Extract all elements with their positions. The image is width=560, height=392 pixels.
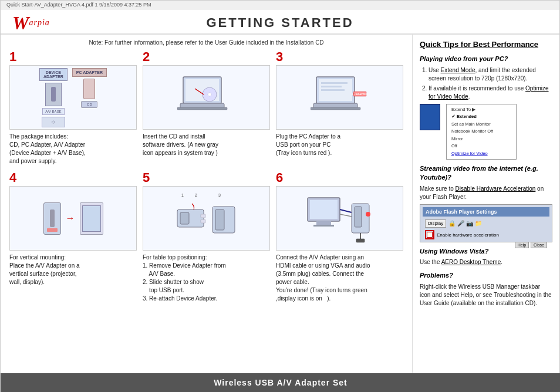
svg-rect-27 [316,221,331,225]
step-6-text: Connect the A/V Adapter using anHDMI cab… [276,254,403,303]
step-2-image [143,65,270,130]
steps-grid: 1 DEVICEADAPTER A/V BASE ⬡ [9,50,403,303]
flash-check-row: Enable hardware acceleration [423,229,549,241]
sidebar-section4-title: Problems? [420,271,552,280]
svg-text:2: 2 [195,193,197,197]
svg-rect-9 [321,86,342,87]
step-6-image [276,186,403,251]
step-2-text: Insert the CD and installsoftware driver… [143,133,270,157]
sidebar-section1-list: Use Extend Mode, and limit the extended … [429,66,552,101]
extend-menu-area: Extend To ▶ ✓ Extended Set as Main Monit… [420,104,552,160]
sidebar-section1-item-1: Use Extend Mode, and limit the extended … [429,66,552,83]
svg-rect-34 [356,239,365,242]
menu-item-optimize[interactable]: Optimize for Video [450,150,512,158]
flash-tab-icon: 🔒 🎤 📷 📁 [448,219,481,228]
svg-rect-32 [355,207,362,227]
sidebar-section3-text: Use the AERO Desktop Theme. [420,258,552,266]
flash-tab-display[interactable]: Display [425,219,446,228]
flash-help-button[interactable]: Help [515,242,529,248]
sidebar-section2-text: Make sure to Disable Hardware Accelerati… [420,185,552,201]
step-4: 4 → [9,171,137,303]
step-4-number: 4 [9,171,137,184]
footer-text: Wireless USB A/V Adapter Set [214,378,348,387]
svg-point-3 [208,93,211,96]
logo: W arpia [12,12,50,34]
page-title: GETTING STARTED [206,15,353,31]
main-content: Note: For further information, please re… [1,35,559,373]
step-3-image: PC ADAPTER [276,65,403,130]
step-5-text: For table top positioning:1. Remove Devi… [143,254,270,303]
menu-item-set-main: Set as Main Monitor [450,121,512,129]
step-4-text: For vertical mounting:Place the A/V Adap… [9,254,137,286]
step-5-number: 5 [143,171,270,184]
menu-item-extended: ✓ Extended [450,113,512,121]
optimize-link[interactable]: Optimize for Video Mode [429,85,549,100]
step-1-text: The package includes:CD, PC Adapter, A/V… [9,133,137,165]
step-1-number: 1 [9,50,137,63]
extend-menu: Extend To ▶ ✓ Extended Set as Main Monit… [446,104,517,160]
flash-close-button[interactable]: Close [531,242,547,248]
step-5-adapter-svg: 1 2 3 [174,192,239,245]
extend-mode-link[interactable]: Extend Mode [441,67,475,73]
svg-rect-21 [201,214,205,218]
step-2-laptop-svg [177,74,236,121]
logo-text: arpia [29,18,49,28]
logo-w: W [12,12,29,34]
svg-text:1: 1 [181,193,184,197]
svg-rect-20 [180,212,189,224]
step-4-image: → [9,186,137,251]
menu-item-extend-to: Extend To ▶ [450,106,512,114]
step-5-image: 1 2 3 [143,186,270,251]
step-1-image: DEVICEADAPTER A/V BASE ⬡ PC ADAPTER [9,65,137,130]
flash-tabs: Display 🔒 🎤 📷 📁 [423,218,549,229]
flash-buttons: Help Close [423,241,549,249]
step-1: 1 DEVICEADAPTER A/V BASE ⬡ [9,50,137,165]
sidebar-section2-title: Streaming video from the internet (e.g. … [420,164,552,183]
right-sidebar: Quick Tips for Best Performance Playing … [413,35,559,373]
svg-rect-5 [177,107,227,110]
flash-checkbox-outline [425,230,434,239]
svg-line-29 [340,209,352,212]
step-5: 5 1 2 3 [143,171,270,303]
svg-rect-22 [201,219,205,223]
tips-title: Quick Tips for Best Performance [420,39,552,50]
step-6-number: 6 [276,171,403,184]
note-bar: Note: For further information, please re… [9,39,403,46]
svg-rect-24 [215,209,224,230]
sidebar-section1-item-2: If available it is recommended to use Op… [429,85,552,101]
step-2: 2 [143,50,270,165]
menu-item-off: Off [450,143,512,150]
flash-dialog-title: Adobe Flash Player Settings [423,207,549,217]
sidebar-section1-title: Playing video from your PC? [420,55,552,63]
step-6: 6 [276,171,403,303]
monitor-icon [420,104,440,130]
step-3: 3 PC ADAPTER [276,50,403,165]
file-info: Quick Start-AV_Adapter_HVGA 4.pdf 1 9/16… [6,2,151,8]
svg-text:3: 3 [218,193,221,197]
step-6-connect-svg [305,192,375,245]
sidebar-section4-text: Right-click the Wireless USB Manager tas… [420,283,552,307]
svg-point-35 [366,212,370,217]
left-section: Note: For further information, please re… [1,35,413,373]
footer: Wireless USB A/V Adapter Set [1,373,560,392]
menu-item-notebook-off: Notebook Monitor Off [450,128,512,136]
svg-rect-15 [311,107,360,110]
svg-line-30 [340,214,352,217]
note-text: Note: For further information, please re… [89,39,323,46]
top-bar: Quick Start-AV_Adapter_HVGA 4.pdf 1 9/16… [1,1,559,9]
svg-rect-8 [321,82,348,84]
step-3-number: 3 [276,50,403,63]
svg-rect-26 [310,200,338,219]
header: W arpia GETTING STARTED [1,9,559,35]
step-2-number: 2 [143,50,270,63]
menu-item-mirror: Mirror [450,136,512,143]
flash-dialog: Adobe Flash Player Settings Display 🔒 🎤 … [420,204,552,242]
step-3-laptop-svg: PC ADAPTER [311,74,369,121]
flash-checkbox[interactable] [427,232,433,238]
flash-checkbox-label: Enable hardware acceleration [437,232,499,238]
section4-title-text: Problems? [420,272,453,279]
svg-rect-28 [313,225,334,227]
disable-hw-link[interactable]: Disable Hardware Acceleration [456,185,536,192]
step-3-text: Plug the PC Adapter to aUSB port on your… [276,133,403,157]
aero-link[interactable]: AERO Desktop Theme [441,259,501,265]
